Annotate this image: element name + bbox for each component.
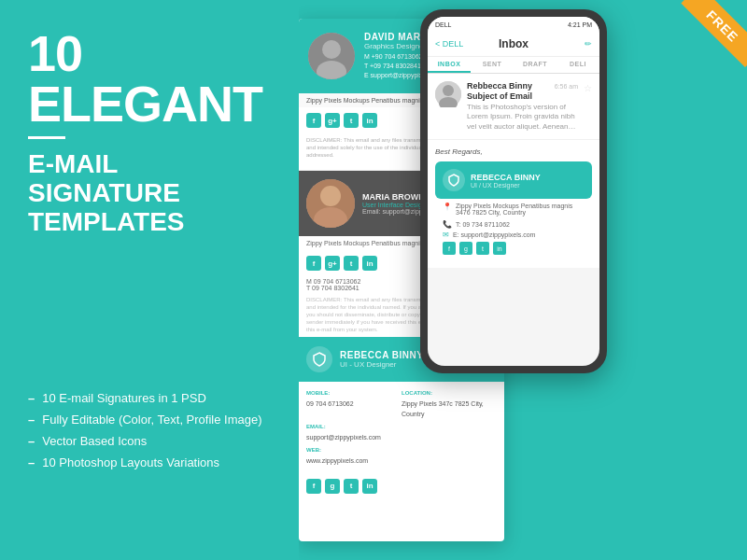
phone-signature-section: Best Regards, REBECCA BINNY UI / UX Desi… (428, 140, 599, 268)
social-facebook: f (306, 113, 321, 128)
main-title: 10 ELEGANT (28, 28, 271, 129)
email-time: 6:56 am (555, 83, 578, 90)
phone-social-in: in (493, 242, 506, 255)
social-linkedin: in (362, 113, 377, 128)
email-item-content: Rebbecca Binny 6:56 am Subject of Email … (467, 81, 578, 132)
phone-mockup: DELL 4:21 PM < DELL Inbox ✏ INBOX SENT D… (420, 9, 607, 373)
subtitle-line2: SIGNATURE (28, 178, 180, 207)
t2-social-g: g+ (325, 256, 340, 271)
template3-role: UI - UX Designer (340, 360, 423, 369)
subtitle: E-MAIL SIGNATURE TEMPLATES (28, 150, 271, 236)
phone-icon: 📞 (443, 220, 452, 229)
template3-email-col: EMAIL: support@zippypixels.com (306, 423, 497, 442)
phone-sig-social: f g t in (435, 240, 592, 260)
phone-inbox-header: < DELL Inbox ✏ (428, 32, 599, 57)
svg-point-7 (443, 85, 454, 96)
phone-shield-icon (443, 169, 465, 191)
shield-icon (306, 346, 332, 372)
template3-row1: MOBILE: 09 704 6713062 LOCATION: Zippy P… (306, 389, 497, 419)
template3-location-col: LOCATION: Zippy Pixels 347c 7825 City, C… (402, 389, 497, 419)
email-icon: ✉ (443, 231, 449, 239)
email-list-item[interactable]: Rebbecca Binny 6:56 am Subject of Email … (428, 74, 599, 140)
phone-time: 4:21 PM (568, 21, 592, 28)
t3-social-g: g (325, 479, 340, 494)
tab-draft[interactable]: DRAFT (514, 57, 557, 73)
social-gplus: g+ (325, 113, 340, 128)
tab-delivered[interactable]: DELI (557, 57, 599, 73)
right-panel: DAVID MARTIN Graphics Designer M +90 704… (299, 0, 747, 560)
template1-avatar (308, 33, 355, 79)
template2-avatar (306, 179, 355, 228)
title-divider (28, 136, 65, 139)
template3-row3: WEB: www.zippypixels.com (306, 446, 497, 466)
phone-sig-card: REBECCA BINNY UI / UX Designer (435, 161, 592, 199)
email-item-avatar (435, 81, 461, 107)
phone-sig-info: REBECCA BINNY UI / UX Designer (471, 173, 541, 189)
phone-status-bar: DELL 4:21 PM (428, 17, 599, 32)
template3-row2: EMAIL: support@zippypixels.com (306, 423, 497, 442)
feature-2: Fully Editable (Color, Text, Profile Ima… (28, 413, 271, 427)
t2-social-f: f (306, 256, 321, 271)
best-regards: Best Regards, (435, 147, 592, 156)
email-subject: Subject of Email (467, 91, 578, 101)
template3-info: REBECCA BINNY UI - UX Designer (340, 350, 423, 369)
phone-social-g: g (459, 242, 472, 255)
email-preview: This is Photoshop's version of Lorem Ips… (467, 103, 578, 132)
feature-4: 10 Photoshop Layouts Variations (28, 455, 271, 469)
subtitle-line3: TEMPLATES (28, 207, 184, 236)
phone-sig-email: ✉ E: support@zippypixels.com (435, 230, 592, 240)
t3-social-in: in (362, 479, 377, 494)
phone-inbox-title: Inbox (499, 37, 529, 50)
feature-1: 10 E-mail Signatures in 1 PSD (28, 391, 271, 405)
feature-3: Vector Based Icons (28, 434, 271, 448)
template3-web-col: WEB: www.zippypixels.com (306, 446, 497, 466)
subtitle-line1: E-MAIL (28, 149, 118, 178)
email-sender: Rebbecca Binny (467, 81, 532, 91)
template3-social: f g t in (299, 473, 504, 499)
t2-social-in: in (362, 256, 377, 271)
t3-social-f: f (306, 479, 321, 494)
features-list: 10 E-mail Signatures in 1 PSD Fully Edit… (28, 391, 271, 477)
free-label: FREE (681, 0, 747, 67)
template3-name: REBECCA BINNY (340, 350, 423, 360)
location-icon: 📍 (443, 203, 452, 211)
svg-point-1 (322, 40, 341, 59)
main-container: FREE 10 ELEGANT E-MAIL SIGNATURE TEMPLAT… (0, 0, 747, 560)
phone-sig-role: UI / UX Designer (471, 182, 541, 189)
free-banner: FREE (663, 0, 747, 84)
phone-back-button[interactable]: < DELL (435, 39, 463, 49)
svg-point-4 (320, 186, 341, 206)
template3-mobile-col: MOBILE: 09 704 6713062 (306, 389, 402, 419)
t2-social-t: t (344, 256, 359, 271)
t3-social-t: t (344, 479, 359, 494)
phone-social-t: t (476, 242, 489, 255)
phone-sig-phone1: 📞 T: 09 734 8711062 (435, 219, 592, 230)
phone-sig-address: 📍 Zippy Pixels Mockups Penatibus magnis … (435, 199, 592, 219)
template3-contacts: MOBILE: 09 704 6713062 LOCATION: Zippy P… (299, 382, 504, 473)
phone-social-f: f (443, 242, 456, 255)
left-panel: 10 ELEGANT E-MAIL SIGNATURE TEMPLATES 10… (0, 0, 299, 560)
social-twitter: t (344, 113, 359, 128)
phone-signal: DELL (435, 21, 452, 28)
phone-sig-name: REBECCA BINNY (471, 173, 541, 182)
phone-edit-icon[interactable]: ✏ (585, 39, 592, 49)
tab-inbox[interactable]: INBOX (428, 57, 471, 73)
phone-screen: DELL 4:21 PM < DELL Inbox ✏ INBOX SENT D… (428, 17, 599, 366)
email-star-icon[interactable]: ☆ (584, 83, 592, 93)
tab-sent[interactable]: SENT (471, 57, 514, 73)
phone-inbox-tabs: INBOX SENT DRAFT DELI (428, 57, 599, 74)
